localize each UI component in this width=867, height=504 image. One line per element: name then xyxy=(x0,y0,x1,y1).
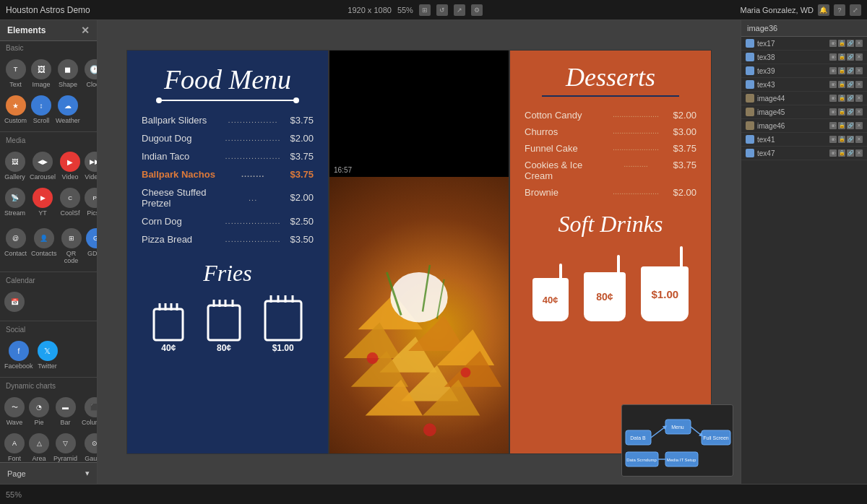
layer-item[interactable]: image44 👁 🔒 🔗 ✕ xyxy=(741,92,867,105)
facebook-icon: f xyxy=(9,341,29,361)
grid-icon[interactable]: ⊞ xyxy=(419,4,431,16)
sidebar-item-facebook[interactable]: f Facebook xyxy=(3,338,35,373)
layer-delete-icon[interactable]: ✕ xyxy=(855,53,863,61)
sidebar-item-picss[interactable]: P Picss xyxy=(83,185,97,220)
desserts-underline xyxy=(542,95,679,97)
sidebar-item-area[interactable]: △ Area xyxy=(27,430,51,462)
sidebar-item-carousel[interactable]: ◀▶ Carousel xyxy=(28,149,57,183)
sidebar-item-video[interactable]: ▶ Video xyxy=(59,149,82,183)
layer-item[interactable]: tex47 👁 🔒 🔗 ✕ xyxy=(741,147,867,160)
layer-item[interactable]: tex41 👁 🔒 🔗 ✕ xyxy=(741,133,867,147)
layer-lock-icon[interactable]: 🔒 xyxy=(838,149,845,157)
settings-icon[interactable]: ⚙ xyxy=(471,4,483,16)
layer-lock-icon[interactable]: 🔒 xyxy=(838,136,845,143)
layer-visibility-icon[interactable]: 👁 xyxy=(829,95,837,102)
layer-delete-icon[interactable]: ✕ xyxy=(855,95,863,102)
drink-cup-large-icon: $1.00 xyxy=(641,246,689,321)
layer-actions: 👁 🔒 🔗 ✕ xyxy=(829,67,863,74)
extra-grid: @ Contact 👤 Contacts ⊞ QR code G GDoc xyxy=(0,222,97,270)
sidebar-item-shape[interactable]: ◼ Shape xyxy=(54,56,82,91)
layer-link-icon[interactable]: 🔗 xyxy=(847,95,854,102)
layer-visibility-icon[interactable]: 👁 xyxy=(829,149,837,157)
layer-delete-icon[interactable]: ✕ xyxy=(855,108,863,116)
layer-delete-icon[interactable]: ✕ xyxy=(855,122,863,129)
layer-visibility-icon[interactable]: 👁 xyxy=(829,136,837,143)
sidebar-item-videos[interactable]: ▶▶ Videos xyxy=(83,149,97,183)
layer-visibility-icon[interactable]: 👁 xyxy=(829,108,837,116)
sidebar-item-yt[interactable]: ▶ YT xyxy=(28,185,57,220)
sidebar-item-scroll[interactable]: ↕ Scroll xyxy=(30,92,53,127)
layer-item[interactable]: tex38 👁 🔒 🔗 ✕ xyxy=(741,51,867,64)
sidebar-item-pyramid[interactable]: ▽ Pyramid xyxy=(52,430,79,462)
sidebar-item-font[interactable]: A Font xyxy=(3,430,26,462)
sidebar-item-stream[interactable]: 📡 Stream xyxy=(3,185,27,220)
layer-lock-icon[interactable]: 🔒 xyxy=(838,40,845,47)
food-item-name: Corn Dog xyxy=(142,216,216,227)
sidebar-item-wave[interactable]: 〜 Wave xyxy=(3,394,26,429)
layer-item[interactable]: image46 👁 🔒 🔗 ✕ xyxy=(741,119,867,133)
layer-lock-icon[interactable]: 🔒 xyxy=(838,108,845,116)
layer-delete-icon[interactable]: ✕ xyxy=(855,40,863,47)
sidebar-item-columns[interactable]: ⬛ Columns xyxy=(80,394,97,429)
page-tab[interactable]: Page ▾ xyxy=(0,462,97,484)
food-item-dots: ................... xyxy=(216,152,290,160)
layer-link-icon[interactable]: 🔗 xyxy=(847,40,854,47)
expand-icon[interactable]: ⤢ xyxy=(850,4,861,16)
sidebar-close-icon[interactable]: ✕ xyxy=(81,25,90,36)
layer-link-icon[interactable]: 🔗 xyxy=(847,67,854,74)
refresh-icon[interactable]: ↺ xyxy=(436,4,448,16)
sidebar-item-gdoc[interactable]: G GDoc xyxy=(85,225,97,267)
sidebar-item-text[interactable]: T Text xyxy=(3,56,28,91)
layer-item[interactable]: tex17 👁 🔒 🔗 ✕ xyxy=(741,37,867,51)
layer-delete-icon[interactable]: ✕ xyxy=(855,67,863,74)
layer-visibility-icon[interactable]: 👁 xyxy=(829,40,837,47)
share-icon[interactable]: ↗ xyxy=(454,4,465,16)
sidebar-item-image[interactable]: 🖼 Image xyxy=(30,56,53,91)
layer-actions: 👁 🔒 🔗 ✕ xyxy=(829,149,863,157)
contact-icon: @ xyxy=(6,228,26,248)
sidebar-item-coolsf[interactable]: C CoolSf xyxy=(59,185,82,220)
notifications-icon[interactable]: 🔔 xyxy=(818,4,829,16)
layer-visibility-icon[interactable]: 👁 xyxy=(829,122,837,129)
layer-item-icon xyxy=(746,135,754,144)
layer-item-icon xyxy=(746,53,754,61)
layer-link-icon[interactable]: 🔗 xyxy=(847,53,854,61)
layer-lock-icon[interactable]: 🔒 xyxy=(838,67,845,74)
layer-delete-icon[interactable]: ✕ xyxy=(855,149,863,157)
gdoc-icon: G xyxy=(86,228,97,248)
layer-lock-icon[interactable]: 🔒 xyxy=(838,81,845,88)
sidebar-item-clock[interactable]: 🕐 Clock xyxy=(83,56,97,91)
layer-delete-icon[interactable]: ✕ xyxy=(855,81,863,88)
sidebar-item-gallery[interactable]: 🖼 Gallery xyxy=(3,149,27,183)
layer-item[interactable]: tex43 👁 🔒 🔗 ✕ xyxy=(741,78,867,92)
sidebar-item-pie[interactable]: ◔ Pie xyxy=(27,394,51,429)
layer-lock-icon[interactable]: 🔒 xyxy=(838,95,845,102)
menu-middle-panel: 16:57 xyxy=(329,50,509,454)
layer-lock-icon[interactable]: 🔒 xyxy=(838,122,845,129)
sidebar-item-contacts2[interactable]: 👤 Contacts xyxy=(30,225,59,267)
layer-item[interactable]: image45 👁 🔒 🔗 ✕ xyxy=(741,105,867,119)
sidebar-item-gauge[interactable]: ⊙ Gauge xyxy=(80,430,97,462)
sidebar-item-custom[interactable]: ★ Custom xyxy=(3,92,28,127)
sidebar-item-contact[interactable]: @ Contact xyxy=(3,225,28,267)
sidebar-item-weather[interactable]: ☁ Weather xyxy=(54,92,82,127)
layer-lock-icon[interactable]: 🔒 xyxy=(838,53,845,61)
list-item: Cookies & Ice Cream ........... $3.75 xyxy=(525,157,696,184)
layer-item[interactable]: tex39 👁 🔒 🔗 ✕ xyxy=(741,64,867,78)
help-icon[interactable]: ? xyxy=(834,4,845,16)
layer-link-icon[interactable]: 🔗 xyxy=(847,149,854,157)
food-item-price: $3.50 xyxy=(290,234,314,245)
layer-visibility-icon[interactable]: 👁 xyxy=(829,53,837,61)
layer-visibility-icon[interactable]: 👁 xyxy=(829,67,837,74)
layer-visibility-icon[interactable]: 👁 xyxy=(829,81,837,88)
layer-link-icon[interactable]: 🔗 xyxy=(847,122,854,129)
layer-link-icon[interactable]: 🔗 xyxy=(847,108,854,116)
sidebar-item-calendar[interactable]: 📅 xyxy=(3,289,26,316)
sidebar-item-bar[interactable]: ▬ Bar xyxy=(52,394,79,429)
sidebar-item-twitter[interactable]: 𝕏 Twitter xyxy=(36,338,59,373)
sidebar-item-qrcode[interactable]: ⊞ QR code xyxy=(60,225,83,267)
layer-actions: 👁 🔒 🔗 ✕ xyxy=(829,136,863,143)
layer-delete-icon[interactable]: ✕ xyxy=(855,136,863,143)
layer-link-icon[interactable]: 🔗 xyxy=(847,81,854,88)
layer-link-icon[interactable]: 🔗 xyxy=(847,136,854,143)
